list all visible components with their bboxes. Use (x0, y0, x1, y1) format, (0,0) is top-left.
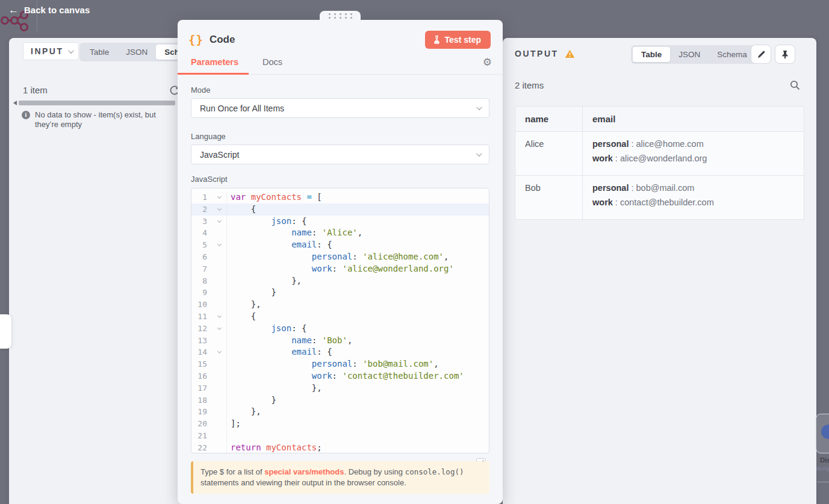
gutter-fold-column (207, 358, 227, 370)
gear-icon[interactable]: ⚙ (483, 56, 492, 68)
output-col-name: name (515, 107, 583, 132)
output-tab-json[interactable]: JSON (670, 47, 709, 62)
output-tab-table[interactable]: Table (633, 47, 670, 62)
output-panel: OUTPUT Table JSON Schema 2 items name em… (503, 38, 816, 504)
code-text: { (227, 204, 256, 216)
input-selector-dropdown[interactable]: INPUT (23, 42, 79, 60)
scroll-left-arrow-icon[interactable] (13, 101, 17, 105)
code-text: personal: 'alice@home.com', (227, 251, 449, 263)
chevron-down-icon (476, 104, 482, 110)
code-line[interactable]: 2 { (191, 204, 489, 216)
fold-chevron-icon[interactable] (217, 219, 222, 223)
gutter-fold-column (207, 418, 227, 430)
line-number: 16 (191, 370, 207, 382)
code-text: name: 'Alice', (227, 227, 362, 239)
fold-chevron-icon[interactable] (217, 349, 222, 353)
canvas-node-edge (817, 482, 829, 482)
email-entry: personal : alice@home.com (592, 139, 794, 149)
code-text: name: 'Bob', (227, 335, 352, 347)
back-to-canvas-label: Back to canvas (24, 5, 90, 15)
input-tab-json[interactable]: JSON (117, 45, 156, 60)
code-line[interactable]: 20]; (191, 418, 489, 430)
line-number: 5 (191, 239, 207, 251)
test-step-button[interactable]: Test step (425, 31, 491, 49)
warning-icon (565, 49, 575, 58)
scrollbar-thumb[interactable] (19, 101, 175, 105)
code-line[interactable]: 3 json: { (191, 216, 489, 228)
pencil-icon (757, 50, 766, 59)
gutter-fold-column (207, 370, 227, 382)
collapsed-panel-tab[interactable] (0, 314, 11, 349)
code-line[interactable]: 21 (191, 430, 489, 442)
gutter-fold-column (207, 382, 227, 394)
language-select[interactable]: JavaScript (191, 145, 489, 164)
gutter-fold-column (207, 335, 227, 347)
cell-email: personal : alice@home.comwork : alice@wo… (583, 132, 804, 176)
code-line[interactable]: 11 { (191, 311, 489, 323)
info-icon: i (22, 111, 30, 119)
code-line[interactable]: 10 }, (191, 299, 489, 311)
hint-text-pre: Type $ for a list of (200, 467, 264, 476)
input-item-count: 1 item (23, 85, 48, 95)
cell-email: personal : bob@mail.comwork : contact@th… (583, 176, 804, 220)
output-col-email: email (583, 107, 804, 132)
code-line[interactable]: 5 email: { (191, 239, 489, 251)
code-line[interactable]: 18 } (191, 394, 489, 406)
line-number: 9 (191, 287, 207, 299)
code-line[interactable]: 14 email: { (191, 346, 489, 358)
pin-output-button[interactable] (775, 45, 795, 64)
edit-output-button[interactable] (751, 45, 771, 64)
line-number: 12 (191, 323, 207, 335)
code-line[interactable]: 19 }, (191, 406, 489, 418)
fold-chevron-icon[interactable] (217, 242, 222, 246)
cell-name: Bob (515, 176, 583, 220)
search-icon[interactable] (790, 80, 800, 90)
code-text: json: { (227, 323, 306, 335)
code-line[interactable]: 6 personal: 'alice@home.com', (191, 251, 489, 263)
code-text: }, (227, 406, 261, 418)
tab-parameters[interactable]: Parameters (191, 57, 238, 67)
fold-chevron-icon[interactable] (217, 194, 222, 199)
code-text: email: { (227, 346, 332, 358)
test-step-label: Test step (445, 35, 481, 45)
gutter-fold-column (207, 239, 227, 251)
chevron-down-icon (476, 151, 482, 157)
code-line[interactable]: 22return myContacts; (191, 442, 489, 453)
code-text: personal: 'bob@mail.com', (227, 358, 439, 370)
code-line[interactable]: 7 work: 'alice@wonderland.org' (191, 263, 489, 275)
code-line[interactable]: 15 personal: 'bob@mail.com', (191, 358, 489, 370)
code-line[interactable]: 1var myContacts = [ (191, 191, 489, 204)
back-to-canvas-button[interactable]: ← Back to canvas (8, 5, 90, 15)
special-vars-link[interactable]: special vars/methods (264, 467, 344, 476)
code-line[interactable]: 8 }, (191, 275, 489, 287)
canvas-node-card[interactable] (816, 414, 829, 453)
output-tab-schema[interactable]: Schema (709, 47, 756, 62)
code-text: var myContacts = [ (227, 191, 322, 204)
hint-text-mid: . Debug by using (344, 467, 405, 476)
code-line[interactable]: 13 name: 'Bob', (191, 335, 489, 347)
code-line[interactable]: 12 json: { (191, 323, 489, 335)
input-tab-table[interactable]: Table (81, 45, 117, 60)
fold-chevron-icon[interactable] (217, 326, 222, 330)
fold-chevron-icon[interactable] (217, 207, 222, 211)
input-label: INPUT (31, 46, 64, 56)
gutter-fold-column (207, 299, 227, 311)
fold-chevron-icon[interactable] (217, 314, 222, 318)
mode-label: Mode (191, 86, 211, 95)
code-editor[interactable]: 1var myContacts = [2 {3 json: {4 name: '… (191, 188, 489, 453)
tab-docs[interactable]: Docs (262, 57, 282, 67)
line-number: 19 (191, 406, 207, 418)
code-line[interactable]: 16 work: 'contact@thebuilder.com' (191, 370, 489, 382)
code-node-modal: {} Code Test step Parameters Docs ⚙ Mode… (178, 20, 503, 504)
mode-select[interactable]: Run Once for All Items (191, 98, 489, 118)
code-line[interactable]: 17 }, (191, 382, 489, 394)
code-line[interactable]: 9 } (191, 287, 489, 299)
mode-value: Run Once for All Items (200, 104, 284, 113)
code-line[interactable]: 4 name: 'Alice', (191, 227, 489, 239)
code-text (227, 430, 231, 442)
line-number: 3 (191, 216, 207, 228)
gutter-fold-column (207, 216, 227, 228)
line-number: 4 (191, 227, 207, 239)
output-table: name email Alicepersonal : alice@home.co… (515, 106, 804, 220)
input-horizontal-scrollbar[interactable] (13, 101, 175, 105)
